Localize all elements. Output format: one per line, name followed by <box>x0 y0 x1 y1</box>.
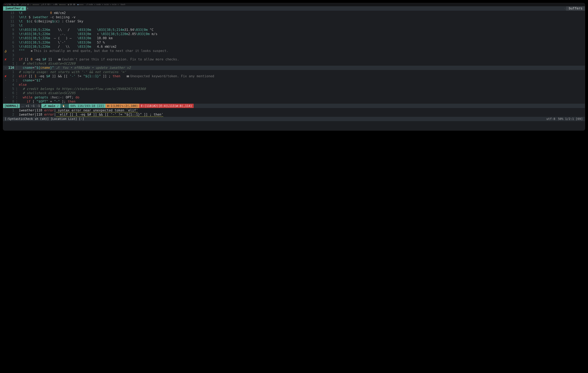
code-line[interactable]: 4 else <box>3 83 585 87</box>
git-diff-stats: ﹏ +1 ~1 -1 <box>20 104 42 108</box>
code-content: if [ "$OPT" = "-" ]; then <box>18 99 75 104</box>
code-line[interactable]: 9 \t\033[38;5;226m \\ / \033[0m \033[38;… <box>3 28 585 32</box>
code-line[interactable]: -7¦ while getopts :hvc:-: OPT; do <box>3 95 585 99</box>
code-line[interactable]: 6 \t\033[38;5;226m \`-' \033[0m 57 % <box>3 41 585 45</box>
fold-column <box>16 36 18 40</box>
fold-column: ¦ <box>16 95 18 99</box>
loclist-content: iweather|118 error| syntax error near un… <box>18 108 138 112</box>
code-line[interactable]: 5¦ # credit belongs to https://stackover… <box>3 87 585 91</box>
memory-meter <box>77 4 84 5</box>
code-content: \t $(c G)Beijing$(c) : Clear Sky <box>18 19 83 23</box>
sign-column: ✘ <box>3 57 7 62</box>
fold-column: ¦ <box>16 78 18 83</box>
editor-pane[interactable]: 13 \t 0 mW/cm212 \n\t $ iweather -c beij… <box>3 11 585 104</box>
line-number: 10 <box>7 23 16 28</box>
code-content: while getopts :hvc:-: OPT; do <box>18 95 79 99</box>
line-number: 4 <box>7 83 16 87</box>
code-line[interactable]: 8¦ if [ "$OPT" = "-" ]; then <box>3 99 585 104</box>
fold-column <box>16 49 18 53</box>
cursor-position: 60% 116/193:18 [22] <box>69 104 105 108</box>
battery-icon <box>53 3 54 6</box>
line-number: 1 <box>7 70 16 74</box>
sysbar-memory: 18 GB <box>70 3 75 6</box>
sysbar-clock: 1/16, 16:36 <box>6 3 19 6</box>
branch-icon <box>86 3 88 6</box>
list-icon <box>22 6 24 11</box>
line-number: 2 <box>7 112 16 117</box>
sep-icon: ﹏ <box>21 104 24 108</box>
code-line[interactable]: ✘2 if [[ 0 -eq $# ]]Couldn't parse this … <box>3 57 585 62</box>
code-line[interactable]: 6¦ # shellcheck disable=SC2295 <box>3 91 585 95</box>
diagnostic-hint: Unexpected keyword/token. Fix any mentio… <box>127 74 583 78</box>
tabline-spacer <box>26 6 566 11</box>
code-line[interactable]: 3 <box>3 53 585 57</box>
loclist-item[interactable]: 1 iweather|118 error| syntax error near … <box>3 108 585 112</box>
window-bottom-pad <box>3 121 585 131</box>
os-indicator: 🐧 <box>60 104 69 108</box>
code-line[interactable]: 7 \t\033[38;5;226m ― ( ) ― \033[0m 10.00… <box>3 36 585 40</box>
code-line[interactable]: 11 \t $(c G)Beijing$(c) : Clear Sky <box>3 19 585 23</box>
code-line[interactable]: 8 \t\033[38;5;226m .-. \033[0m ↑ \033[38… <box>3 32 585 36</box>
location-list-pane[interactable]: 1 iweather|118 error| syntax error near … <box>3 108 585 117</box>
net-meter <box>33 4 39 5</box>
fold-column <box>16 70 18 74</box>
code-line[interactable]: 5 \t\033[38;5;226m / \\ \033[0m 4.6 mW/c… <box>3 45 585 49</box>
linux-icon: 🐧 <box>62 104 66 108</box>
diagnostic-icon <box>31 50 32 52</box>
code-line[interactable]: 1¦ # shellcheck disable=SC2269 <box>3 62 585 66</box>
git-icon <box>56 66 60 70</box>
warnings-indicator: W:1(L99)∿:2(⸤100) <box>105 104 139 108</box>
fold-column: ¦ <box>16 87 18 91</box>
line-number: 3 <box>7 78 16 83</box>
sysbar-battery: 6% <box>55 3 57 6</box>
line-number: 8 <box>7 32 16 36</box>
tab-label: iweather <box>5 6 21 11</box>
code-content: cname="$1" <box>18 78 42 83</box>
line-number: 3 <box>7 53 16 57</box>
loclist-status-line: [:SyntasticCheck sh (sh)] [Location List… <box>3 117 585 121</box>
line-number: 6 <box>7 41 16 45</box>
code-line[interactable]: 10 \t <box>3 23 585 28</box>
fold-column: ¦ <box>16 62 18 66</box>
fold-column <box>16 23 18 28</box>
terminal-window: 1/16, 16:36 0.0 kB↓ 0.0 kB↑ 6% 18 GB nod… <box>3 3 585 131</box>
code-content: # simple usage: not starts with '-' && n… <box>18 70 126 74</box>
code-content: \t\033[38;5;226m / \\ \033[0m 4.6 mW/cm2 <box>18 45 116 49</box>
fold-column: ¦ <box>16 99 18 104</box>
diagnostic-icon <box>127 75 129 77</box>
line-number: 11 <box>7 19 16 23</box>
sign-column <box>3 112 7 117</box>
code-line[interactable]: -116¦ cname="${cname}" You • ef082ade • … <box>3 66 585 70</box>
line-number: 6 <box>7 91 16 95</box>
sign-column: - <box>3 95 7 99</box>
code-content: # credit belongs to https://stackoverflo… <box>18 87 146 91</box>
sysbar-net-up: 0.0 kB <box>43 3 49 6</box>
git-blame: You • ef082ade • update iweather v2 <box>56 66 131 70</box>
loclist-position: 50% 1/2:1 [69] <box>558 117 583 121</box>
code-line[interactable]: ✘2 elif [[ 1 -eq $# ]] && [[ '-' != "${1… <box>3 74 585 78</box>
system-status-bar: 1/16, 16:36 0.0 kB↓ 0.0 kB↑ 6% 18 GB nod… <box>3 3 585 6</box>
line-number: 12 <box>7 15 16 19</box>
mode-indicator: [NORMAL] <box>3 104 20 108</box>
code-content: elif [[ 1 -eq $# ]] && [[ '-' != "${1::1… <box>18 74 120 78</box>
code-content: cname="${cname}" <box>18 66 54 70</box>
sign-column: ✘ <box>3 74 7 78</box>
clock-icon <box>5 3 6 6</box>
code-line[interactable]: 12 \n\t $ iweather -c beijing -v <box>3 15 585 19</box>
code-line[interactable]: 1 # simple usage: not starts with '-' &&… <box>3 70 585 74</box>
upload-icon <box>41 3 42 6</box>
line-number: 2 <box>7 74 16 78</box>
sign-column: - <box>3 66 7 70</box>
code-line[interactable]: ق4 """This is actually an end quote, but… <box>3 49 585 53</box>
tabline-right[interactable]: buffers <box>566 6 585 11</box>
code-line[interactable]: -3¦ cname="$1" <box>3 78 585 83</box>
loclist-item[interactable]: 2 iweather|118 error| `elif [[ 1 -eq $# … <box>3 112 585 117</box>
download-icon <box>21 3 22 6</box>
code-line[interactable]: 13 \t 0 mW/cm2 <box>3 11 585 15</box>
code-content: \t\033[38;5;226m .-. \033[0m ↑ \033[38;5… <box>18 32 158 36</box>
fold-column <box>16 28 18 32</box>
tab-active[interactable]: iweather <box>3 6 26 11</box>
line-number: 1 <box>7 108 16 112</box>
code-content: \t <box>18 23 23 28</box>
encoding-indicator: utf-8 <box>546 117 555 121</box>
